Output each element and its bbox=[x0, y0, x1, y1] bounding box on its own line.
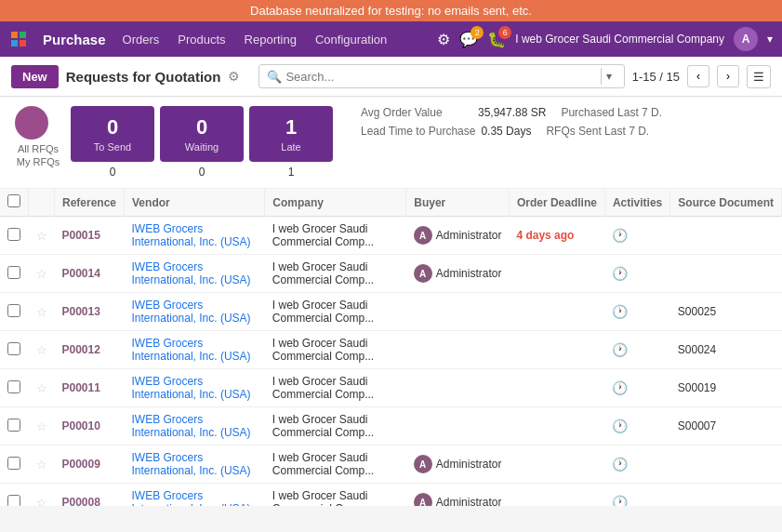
pagination-next-button[interactable]: › bbox=[717, 65, 739, 87]
view-list-button[interactable]: ☰ bbox=[747, 65, 771, 88]
row-checkbox[interactable] bbox=[7, 304, 20, 317]
row-checkbox[interactable] bbox=[7, 457, 20, 470]
my-to-send-val: 0 bbox=[71, 166, 154, 179]
row-deadline bbox=[509, 484, 604, 507]
late-number: 1 bbox=[268, 115, 314, 140]
vendor-link[interactable]: IWEB Grocers International, Inc. (USA) bbox=[132, 451, 251, 477]
vendor-link[interactable]: IWEB Grocers International, Inc. (USA) bbox=[132, 375, 251, 401]
reference-link[interactable]: P00009 bbox=[62, 458, 100, 471]
activity-clock-icon[interactable]: 🕐 bbox=[612, 495, 628, 506]
navbar-brand[interactable]: Purchase bbox=[43, 32, 106, 47]
my-late-val: 1 bbox=[249, 166, 333, 179]
page-settings-icon[interactable]: ⚙ bbox=[228, 69, 240, 84]
row-vendor: IWEB Grocers International, Inc. (USA) bbox=[125, 446, 265, 484]
waiting-number: 0 bbox=[179, 115, 225, 140]
row-checkbox[interactable] bbox=[7, 380, 20, 393]
row-buyer bbox=[406, 369, 510, 407]
star-icon[interactable]: ☆ bbox=[36, 381, 47, 395]
navbar-settings-menu[interactable]: ▾ bbox=[767, 33, 773, 46]
star-icon[interactable]: ☆ bbox=[36, 496, 47, 507]
row-activities: 🕐 bbox=[604, 293, 669, 331]
vendor-link[interactable]: IWEB Grocers International, Inc. (USA) bbox=[132, 260, 251, 286]
stat-card-waiting[interactable]: 0 Waiting bbox=[160, 106, 244, 162]
stat-card-late[interactable]: 1 Late bbox=[249, 106, 333, 162]
star-icon[interactable]: ☆ bbox=[36, 305, 47, 319]
star-icon[interactable]: ☆ bbox=[36, 267, 47, 281]
search-dropdown-button[interactable]: ▾ bbox=[601, 68, 616, 85]
navbar-configuration[interactable]: Configuration bbox=[313, 29, 389, 50]
reference-link[interactable]: P00011 bbox=[62, 381, 100, 394]
bug-icon-btn[interactable]: 🐛 6 bbox=[487, 31, 506, 48]
row-checkbox[interactable] bbox=[7, 228, 20, 241]
vendor-link[interactable]: IWEB Grocers International, Inc. (USA) bbox=[132, 222, 251, 248]
activity-clock-icon[interactable]: 🕐 bbox=[612, 266, 628, 281]
row-star-cell: ☆ bbox=[29, 331, 55, 369]
table-row: ☆ P00012 IWEB Grocers International, Inc… bbox=[0, 331, 782, 369]
reference-link[interactable]: P00015 bbox=[62, 229, 100, 242]
stat-card-to-send[interactable]: 0 To Send bbox=[71, 106, 154, 162]
vendor-link[interactable]: IWEB Grocers International, Inc. (USA) bbox=[132, 489, 251, 506]
table-row: ☆ P00008 IWEB Grocers International, Inc… bbox=[0, 484, 782, 507]
reference-link[interactable]: P00010 bbox=[62, 419, 100, 432]
row-checkbox-cell bbox=[0, 293, 29, 331]
settings-icon-btn[interactable]: ⚙ bbox=[437, 31, 450, 48]
row-company: I web Grocer Saudi Commercial Comp... bbox=[265, 331, 406, 369]
navbar-orders[interactable]: Orders bbox=[121, 29, 162, 50]
banner-text: Database neutralized for testing: no ema… bbox=[250, 4, 532, 18]
star-icon[interactable]: ☆ bbox=[36, 229, 47, 243]
activity-clock-icon[interactable]: 🕐 bbox=[612, 419, 628, 433]
my-waiting-val: 0 bbox=[160, 166, 244, 179]
navbar-products[interactable]: Products bbox=[176, 29, 227, 50]
activity-clock-icon[interactable]: 🕐 bbox=[612, 228, 628, 243]
activity-clock-icon[interactable]: 🕐 bbox=[612, 380, 628, 395]
row-activities: 🕐 bbox=[604, 331, 669, 369]
row-source-doc: S00007 bbox=[670, 407, 782, 446]
reference-link[interactable]: P00014 bbox=[62, 267, 100, 280]
company-text: I web Grocer Saudi Commercial Comp... bbox=[272, 375, 374, 401]
search-input[interactable] bbox=[285, 70, 596, 84]
row-star-cell: ☆ bbox=[29, 293, 55, 331]
star-icon[interactable]: ☆ bbox=[36, 458, 47, 472]
to-send-label: To Send bbox=[89, 141, 136, 153]
new-button[interactable]: New bbox=[11, 65, 59, 88]
table-header-row: Reference Vendor Company Buyer Order Dea… bbox=[0, 189, 782, 217]
select-all-checkbox[interactable] bbox=[7, 194, 20, 207]
row-checkbox-cell bbox=[0, 331, 29, 369]
kpi-avg-order-value: 35,947.88 SR bbox=[478, 106, 546, 119]
star-icon[interactable]: ☆ bbox=[36, 419, 47, 433]
star-icon[interactable]: ☆ bbox=[36, 343, 47, 357]
activity-clock-icon[interactable]: 🕐 bbox=[612, 304, 628, 319]
navbar-reporting[interactable]: Reporting bbox=[243, 29, 298, 50]
buyer-name: Administrator bbox=[436, 496, 502, 506]
waiting-label: Waiting bbox=[179, 141, 225, 153]
kpi-purchased-label: Purchased Last 7 D. bbox=[561, 106, 672, 119]
company-text: I web Grocer Saudi Commercial Comp... bbox=[272, 299, 374, 325]
reference-link[interactable]: P00012 bbox=[62, 343, 100, 356]
row-checkbox[interactable] bbox=[7, 266, 20, 279]
buyer-badge: A bbox=[414, 455, 432, 473]
vendor-link[interactable]: IWEB Grocers International, Inc. (USA) bbox=[132, 337, 251, 363]
vendor-link[interactable]: IWEB Grocers International, Inc. (USA) bbox=[132, 413, 251, 439]
rfq-table: Reference Vendor Company Buyer Order Dea… bbox=[0, 189, 782, 506]
row-checkbox[interactable] bbox=[7, 495, 20, 507]
kpi-avg-order: Avg Order Value 35,947.88 SR bbox=[361, 106, 546, 119]
buyer-badge: A bbox=[414, 226, 432, 245]
row-company: I web Grocer Saudi Commercial Comp... bbox=[265, 217, 406, 255]
settings-icon: ⚙ bbox=[437, 32, 450, 47]
reference-link[interactable]: P00008 bbox=[62, 496, 100, 506]
navbar-avatar[interactable]: A bbox=[734, 27, 758, 51]
row-checkbox[interactable] bbox=[7, 419, 20, 432]
kpi-rfqs-sent-label: RFQs Sent Last 7 D. bbox=[546, 125, 657, 138]
vendor-link[interactable]: IWEB Grocers International, Inc. (USA) bbox=[132, 299, 251, 325]
table-row: ☆ P00014 IWEB Grocers International, Inc… bbox=[0, 255, 782, 293]
bug-badge: 6 bbox=[498, 26, 511, 39]
reference-link[interactable]: P00013 bbox=[62, 305, 100, 318]
source-doc-text: S00007 bbox=[678, 419, 716, 432]
company-text: I web Grocer Saudi Commercial Comp... bbox=[272, 222, 374, 248]
row-checkbox[interactable] bbox=[7, 342, 20, 355]
chat-icon-btn[interactable]: 💬 2 bbox=[459, 31, 478, 48]
activity-clock-icon[interactable]: 🕐 bbox=[612, 342, 628, 357]
rfq-table-container: Reference Vendor Company Buyer Order Dea… bbox=[0, 189, 782, 506]
activity-clock-icon[interactable]: 🕐 bbox=[612, 457, 628, 472]
pagination-prev-button[interactable]: ‹ bbox=[687, 65, 709, 87]
